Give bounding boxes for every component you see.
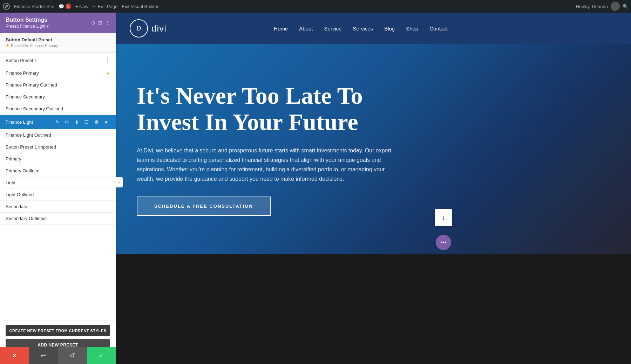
undo-icon: ↩ — [41, 352, 46, 359]
default-preset-label: Button Default Preset — [6, 37, 110, 42]
upload-preset-icon[interactable]: ⬆ — [73, 118, 81, 126]
preset-item-secondary[interactable]: Secondary — [0, 201, 116, 213]
site-name[interactable]: Finance Starter Site — [14, 4, 54, 9]
redo-icon: ↺ — [70, 352, 75, 359]
hero-section: It's Never Too Late To Invest In Your Fu… — [116, 44, 631, 254]
preset-list: Button Preset 1 ⋮ Finance Primary ★ Fina… — [0, 53, 116, 321]
edit-page[interactable]: ✏ Edit Page — [93, 4, 117, 9]
redo-button[interactable]: ↺ — [58, 347, 87, 364]
three-dots-menu[interactable]: ••• — [436, 235, 451, 250]
default-preset-section: Button Default Preset ★ Based On: Financ… — [0, 33, 116, 53]
hero-description: At Divi, we believe that a secure and pr… — [137, 146, 396, 184]
admin-bar: W Finance Starter Site 💬 0 + New ✏ Edit … — [0, 0, 631, 13]
star-icon: ★ — [6, 43, 9, 48]
edit-preset-icon[interactable]: ✎ — [53, 118, 61, 126]
preset-item-finance-primary-outlined[interactable]: Finance Primary Outlined — [0, 79, 116, 91]
scroll-down-button[interactable]: ↓ — [435, 209, 452, 226]
sidebar-header: Button Settings Preset: Finance Light ▾ … — [0, 13, 116, 33]
copy-preset-icon[interactable]: ❐ — [83, 118, 90, 126]
search-icon[interactable]: 🔍 — [623, 4, 628, 9]
cancel-button[interactable]: ✕ — [0, 347, 29, 364]
preset-item-label: Finance Secondary Outlined — [6, 106, 110, 111]
pencil-icon: ✏ — [93, 4, 96, 9]
bottom-toolbar: ✕ ↩ ↺ ✓ — [0, 347, 116, 364]
sidebar: Button Settings Preset: Finance Light ▾ … — [0, 13, 116, 364]
panel-title: Button Settings — [6, 17, 49, 23]
preset-item-light-outlined[interactable]: Light Outlined — [0, 189, 116, 201]
resize-handle[interactable]: ↔ — [116, 177, 123, 187]
arrow-down-icon: ↓ — [442, 214, 445, 222]
resize-icon: ↔ — [117, 180, 121, 185]
logo-text: divi — [151, 23, 167, 34]
hero-content: It's Never Too Late To Invest In Your Fu… — [137, 83, 417, 215]
nav-link-blog[interactable]: Blog — [384, 26, 395, 32]
star-preset-icon[interactable]: ★ — [102, 118, 110, 126]
hero-title: It's Never Too Late To Invest In Your Fu… — [137, 83, 417, 135]
focus-icon[interactable]: ⊙ — [91, 20, 95, 26]
layout-icon[interactable]: ⊞ — [98, 20, 102, 26]
dots-icon: ••• — [441, 239, 447, 246]
nav-links: HomeAboutServiceServicesBlogShopContact — [274, 26, 448, 32]
admin-bar-right: Howdy, Deanna 🔍 — [576, 2, 628, 11]
settings-preset-icon[interactable]: ⚙ — [63, 118, 71, 126]
avatar[interactable] — [611, 2, 620, 11]
preset-item-primary-outlined[interactable]: Primary Outlined — [0, 165, 116, 177]
preset-item-actions: ✎ ⚙ ⬆ ❐ 🗑 ★ — [53, 118, 110, 126]
wordpress-icon[interactable]: W — [3, 3, 10, 10]
nav-link-home[interactable]: Home — [274, 26, 288, 32]
preset-item-label: Primary Outlined — [6, 168, 110, 173]
preset-item-finance-light-outlined[interactable]: Finance Light Outlined — [0, 129, 116, 141]
preset-item-label: Light Outlined — [6, 192, 110, 197]
logo-circle: D — [130, 19, 148, 37]
preset-item-label: Button Preset 1 — [6, 58, 104, 63]
preset-item-button-preset-1-imported[interactable]: Button Preset 1 imported — [0, 141, 116, 153]
preset-item-label: Finance Secondary — [6, 94, 110, 99]
preset-item-primary[interactable]: Primary — [0, 153, 116, 165]
nav-link-shop[interactable]: Shop — [406, 26, 418, 32]
exit-builder[interactable]: Exit Visual Builder — [122, 4, 158, 9]
preset-item-secondary-outlined[interactable]: Secondary Outlined — [0, 213, 116, 225]
preset-item-finance-primary[interactable]: Finance Primary ★ — [0, 67, 116, 79]
preset-item-light[interactable]: Light — [0, 177, 116, 189]
preset-item-label: Button Preset 1 imported — [6, 144, 110, 150]
preset-item-label: Finance Primary — [6, 70, 106, 76]
save-button[interactable]: ✓ — [87, 347, 116, 364]
cancel-icon: ✕ — [12, 352, 17, 359]
preset-item-finance-secondary[interactable]: Finance Secondary — [0, 91, 116, 103]
site-nav: D divi HomeAboutServiceServicesBlogShopC… — [116, 13, 631, 44]
nav-link-about[interactable]: About — [299, 26, 313, 32]
preset-based-on: ★ Based On: Finance Primary — [6, 43, 110, 48]
get-started-button[interactable]: GET STARTED — [555, 20, 617, 37]
preset-item-finance-light[interactable]: Finance Light ✎ ⚙ ⬆ ❐ 🗑 ★ — [0, 115, 116, 129]
preset-label: Preset: Finance Light ▾ — [6, 24, 49, 29]
nav-link-services[interactable]: Services — [353, 26, 373, 32]
starred-icon: ★ — [106, 71, 110, 76]
site-logo: D divi — [130, 19, 167, 37]
header-icons: ⊙ ⊞ ⋮ — [91, 20, 110, 26]
nav-link-contact[interactable]: Contact — [429, 26, 448, 32]
preset-item-finance-secondary-outlined[interactable]: Finance Secondary Outlined — [0, 103, 116, 115]
undo-button[interactable]: ↩ — [29, 347, 58, 364]
create-preset-button[interactable]: CREATE NEW PRESET FROM CURRENT STYLES — [6, 325, 110, 336]
preset-item-label: Secondary Outlined — [6, 216, 110, 221]
preset-item-label: Light — [6, 180, 110, 185]
preset-item-label: Finance Light — [6, 119, 53, 125]
new-item[interactable]: + New — [75, 4, 88, 9]
comment-icon: 💬 — [59, 4, 64, 9]
preset-more-icon[interactable]: ⋮ — [104, 57, 110, 64]
sidebar-header-content: Button Settings Preset: Finance Light ▾ — [6, 17, 49, 29]
preset-item-label: Primary — [6, 156, 110, 162]
nav-link-service[interactable]: Service — [324, 26, 342, 32]
greeting: Howdy, Deanna — [576, 4, 608, 9]
preset-item-label: Finance Primary Outlined — [6, 82, 110, 88]
preset-item-label: Secondary — [6, 204, 110, 209]
more-icon[interactable]: ⋮ — [105, 20, 110, 26]
save-icon: ✓ — [99, 352, 104, 359]
comment-count-item[interactable]: 💬 0 — [59, 4, 71, 9]
hero-cta-button[interactable]: SCHEDULE A FREE CONSULTATION — [137, 197, 271, 216]
preset-item-preset1[interactable]: Button Preset 1 ⋮ — [0, 54, 116, 67]
preset-item-label: Finance Light Outlined — [6, 132, 110, 138]
main-content: D divi HomeAboutServiceServicesBlogShopC… — [116, 13, 631, 364]
svg-text:W: W — [5, 5, 8, 8]
delete-preset-icon[interactable]: 🗑 — [93, 118, 100, 126]
